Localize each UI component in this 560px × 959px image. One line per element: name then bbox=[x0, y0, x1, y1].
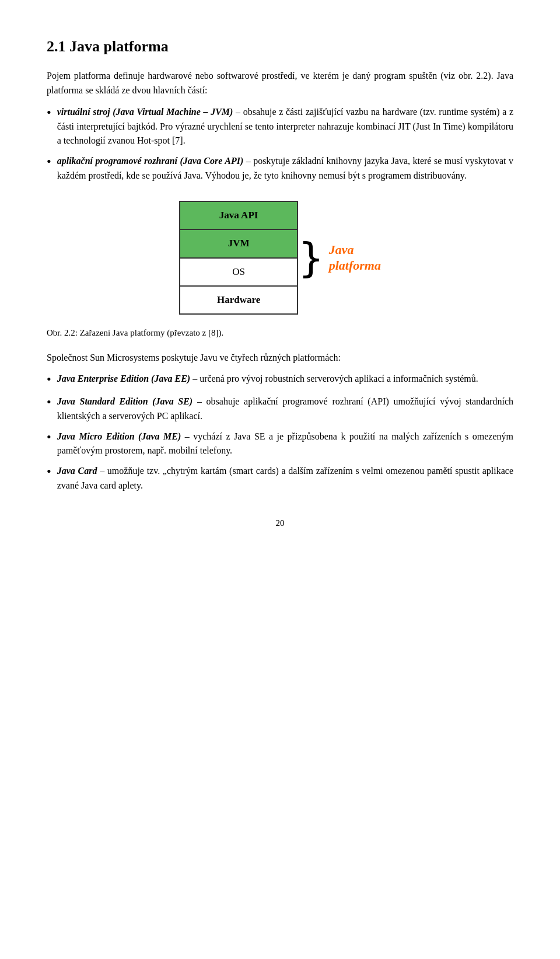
list-item-se: • Java Standard Edition (Java SE) – obsa… bbox=[47, 395, 513, 424]
list-item-jvm: • virtuální stroj (Java Virtual Machine … bbox=[47, 105, 513, 148]
bullet-text-api: aplikační programové rozhraní (Java Core… bbox=[57, 154, 513, 183]
list-item-card: • Java Card – umožňuje tzv. „chytrým kar… bbox=[47, 464, 513, 493]
bullet-text-jvm: virtuální stroj (Java Virtual Machine – … bbox=[57, 105, 513, 148]
bullet-text-me: Java Micro Edition (Java ME) – vychází z… bbox=[57, 430, 513, 459]
diagram-brace-right: } Java platforma bbox=[298, 238, 381, 278]
bullet-dot-6: • bbox=[47, 463, 51, 481]
bullet-text-ee: Java Enterprise Edition (Java EE) – urče… bbox=[57, 372, 513, 386]
bullet-list-platforms: • Java Enterprise Edition (Java EE) – ur… bbox=[47, 372, 513, 493]
section-heading: 2.1 Java platforma bbox=[47, 35, 513, 58]
diagram-row-java-api: Java API bbox=[180, 202, 297, 230]
list-item-me: • Java Micro Edition (Java ME) – vychází… bbox=[47, 430, 513, 459]
bullet-dot-5: • bbox=[47, 428, 51, 447]
bullet-text-se: Java Standard Edition (Java SE) – obsahu… bbox=[57, 395, 513, 424]
page-number: 20 bbox=[47, 517, 513, 530]
intro-paragraph: Pojem platforma definuje hardwarové nebo… bbox=[47, 69, 513, 98]
bullet-dot-2: • bbox=[47, 153, 51, 171]
diagram-row-hardware: Hardware bbox=[180, 287, 297, 313]
diagram-row-os: OS bbox=[180, 259, 297, 287]
diagram-stack: Java API JVM OS Hardware bbox=[179, 201, 298, 315]
bullet-list-main: • virtuální stroj (Java Virtual Machine … bbox=[47, 105, 513, 183]
platform-label: Java platforma bbox=[329, 242, 381, 273]
list-item-ee: • Java Enterprise Edition (Java EE) – ur… bbox=[47, 372, 513, 389]
bullet-dot-4: • bbox=[47, 393, 51, 412]
java-platform-diagram: Java API JVM OS Hardware } Java platform… bbox=[47, 201, 513, 315]
bullet-dot-3: • bbox=[47, 371, 51, 389]
platform-label-line1: Java bbox=[329, 242, 381, 257]
diagram-caption: Obr. 2.2: Zařazení Java platformy (převz… bbox=[47, 326, 513, 340]
platforms-intro: Společnost Sun Microsystems poskytuje Ja… bbox=[47, 351, 513, 365]
list-item-api: • aplikační programové rozhraní (Java Co… bbox=[47, 154, 513, 183]
diagram-row-jvm: JVM bbox=[180, 230, 297, 258]
platform-label-line2: platforma bbox=[329, 258, 381, 273]
bullet-dot-1: • bbox=[47, 104, 51, 122]
brace-symbol: } bbox=[298, 238, 324, 278]
bullet-text-card: Java Card – umožňuje tzv. „chytrým kartá… bbox=[57, 464, 513, 493]
